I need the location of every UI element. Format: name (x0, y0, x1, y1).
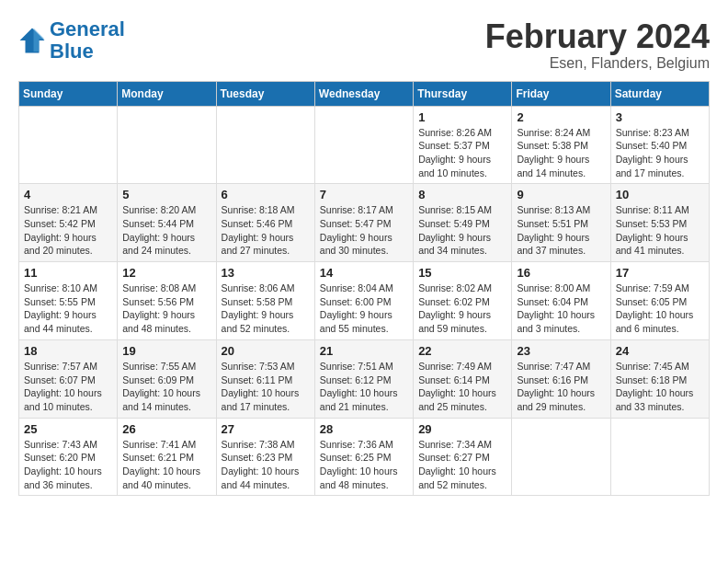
day-info: Sunrise: 8:06 AM Sunset: 5:58 PM Dayligh… (222, 282, 310, 336)
day-number: 13 (222, 266, 310, 280)
day-number: 6 (222, 188, 310, 201)
calendar-cell: 2Sunrise: 8:24 AM Sunset: 5:38 PM Daylig… (512, 106, 610, 184)
day-info: Sunrise: 8:17 AM Sunset: 5:47 PM Dayligh… (320, 203, 408, 258)
calendar-cell: 14Sunrise: 8:04 AM Sunset: 6:00 PM Dayli… (314, 262, 413, 340)
day-number: 22 (418, 344, 506, 358)
weekday-header-sunday: Sunday (19, 81, 118, 106)
day-number: 3 (616, 110, 704, 124)
calendar-cell: 25Sunrise: 7:43 AM Sunset: 6:20 PM Dayli… (19, 418, 118, 496)
day-info: Sunrise: 8:08 AM Sunset: 5:56 PM Dayligh… (122, 282, 210, 336)
calendar-week-row: 18Sunrise: 7:57 AM Sunset: 6:07 PM Dayli… (19, 339, 710, 418)
weekday-header-row: SundayMondayTuesdayWednesdayThursdayFrid… (19, 81, 710, 106)
weekday-header-friday: Friday (512, 81, 610, 106)
day-info: Sunrise: 8:11 AM Sunset: 5:53 PM Dayligh… (616, 203, 704, 258)
day-info: Sunrise: 7:55 AM Sunset: 6:09 PM Dayligh… (122, 360, 210, 414)
calendar-cell: 23Sunrise: 7:47 AM Sunset: 6:16 PM Dayli… (512, 339, 610, 418)
day-info: Sunrise: 8:13 AM Sunset: 5:51 PM Dayligh… (517, 203, 605, 258)
calendar-cell (19, 106, 118, 184)
day-info: Sunrise: 8:20 AM Sunset: 5:44 PM Dayligh… (122, 203, 210, 258)
calendar-cell: 17Sunrise: 7:59 AM Sunset: 6:05 PM Dayli… (610, 262, 709, 340)
weekday-header-tuesday: Tuesday (216, 81, 314, 106)
calendar-cell: 5Sunrise: 8:20 AM Sunset: 5:44 PM Daylig… (118, 184, 216, 262)
day-info: Sunrise: 7:38 AM Sunset: 6:23 PM Dayligh… (222, 438, 310, 492)
day-info: Sunrise: 7:47 AM Sunset: 6:16 PM Dayligh… (517, 360, 605, 414)
calendar-cell: 11Sunrise: 8:10 AM Sunset: 5:55 PM Dayli… (19, 262, 118, 340)
logo: General Blue (18, 18, 125, 63)
calendar-cell: 13Sunrise: 8:06 AM Sunset: 5:58 PM Dayli… (216, 262, 314, 340)
calendar-cell: 15Sunrise: 8:02 AM Sunset: 6:02 PM Dayli… (414, 262, 512, 340)
day-info: Sunrise: 7:51 AM Sunset: 6:12 PM Dayligh… (320, 360, 408, 414)
calendar-cell: 28Sunrise: 7:36 AM Sunset: 6:25 PM Dayli… (314, 418, 413, 496)
day-info: Sunrise: 7:49 AM Sunset: 6:14 PM Dayligh… (418, 360, 506, 414)
day-number: 17 (616, 266, 704, 280)
calendar-cell (512, 418, 610, 496)
day-info: Sunrise: 8:04 AM Sunset: 6:00 PM Dayligh… (320, 282, 408, 336)
calendar-cell: 1Sunrise: 8:26 AM Sunset: 5:37 PM Daylig… (414, 106, 512, 184)
day-number: 7 (320, 188, 408, 201)
weekday-header-monday: Monday (118, 81, 216, 106)
day-info: Sunrise: 8:02 AM Sunset: 6:02 PM Dayligh… (418, 282, 506, 336)
calendar-cell (610, 418, 709, 496)
day-info: Sunrise: 8:00 AM Sunset: 6:04 PM Dayligh… (517, 282, 605, 336)
day-number: 1 (418, 110, 506, 124)
logo-text: General Blue (50, 18, 125, 63)
calendar-cell: 9Sunrise: 8:13 AM Sunset: 5:51 PM Daylig… (512, 184, 610, 262)
calendar-cell: 24Sunrise: 7:45 AM Sunset: 6:18 PM Dayli… (610, 339, 709, 418)
day-number: 10 (616, 188, 704, 201)
page-subtitle: Esen, Flanders, Belgium (485, 55, 710, 72)
day-info: Sunrise: 7:43 AM Sunset: 6:20 PM Dayligh… (24, 438, 112, 492)
calendar-cell: 27Sunrise: 7:38 AM Sunset: 6:23 PM Dayli… (216, 418, 314, 496)
day-info: Sunrise: 8:24 AM Sunset: 5:38 PM Dayligh… (517, 126, 605, 180)
day-info: Sunrise: 7:34 AM Sunset: 6:27 PM Dayligh… (418, 438, 506, 492)
day-number: 11 (24, 266, 112, 280)
title-block: February 2024 Esen, Flanders, Belgium (485, 18, 710, 72)
day-number: 21 (320, 344, 408, 358)
day-number: 18 (24, 344, 112, 358)
day-info: Sunrise: 8:15 AM Sunset: 5:49 PM Dayligh… (418, 203, 506, 258)
calendar-cell: 19Sunrise: 7:55 AM Sunset: 6:09 PM Dayli… (118, 339, 216, 418)
svg-marker-0 (20, 29, 45, 53)
calendar-table: SundayMondayTuesdayWednesdayThursdayFrid… (18, 81, 710, 497)
day-info: Sunrise: 8:18 AM Sunset: 5:46 PM Dayligh… (222, 203, 310, 258)
weekday-header-wednesday: Wednesday (314, 81, 413, 106)
day-number: 2 (517, 110, 605, 124)
page-header: General Blue February 2024 Esen, Flander… (18, 18, 710, 72)
day-number: 14 (320, 266, 408, 280)
calendar-cell: 16Sunrise: 8:00 AM Sunset: 6:04 PM Dayli… (512, 262, 610, 340)
page-title: February 2024 (485, 18, 710, 55)
day-number: 8 (418, 188, 506, 201)
calendar-cell: 21Sunrise: 7:51 AM Sunset: 6:12 PM Dayli… (314, 339, 413, 418)
calendar-header: SundayMondayTuesdayWednesdayThursdayFrid… (19, 81, 710, 106)
day-info: Sunrise: 7:59 AM Sunset: 6:05 PM Dayligh… (616, 282, 704, 336)
day-number: 29 (418, 422, 506, 436)
calendar-cell (118, 106, 216, 184)
day-number: 12 (122, 266, 210, 280)
calendar-body: 1Sunrise: 8:26 AM Sunset: 5:37 PM Daylig… (19, 106, 710, 496)
day-number: 28 (320, 422, 408, 436)
calendar-cell: 18Sunrise: 7:57 AM Sunset: 6:07 PM Dayli… (19, 339, 118, 418)
day-info: Sunrise: 7:53 AM Sunset: 6:11 PM Dayligh… (222, 360, 310, 414)
day-number: 9 (517, 188, 605, 201)
day-number: 23 (517, 344, 605, 358)
calendar-cell: 26Sunrise: 7:41 AM Sunset: 6:21 PM Dayli… (118, 418, 216, 496)
day-info: Sunrise: 7:57 AM Sunset: 6:07 PM Dayligh… (24, 360, 112, 414)
day-info: Sunrise: 8:26 AM Sunset: 5:37 PM Dayligh… (418, 126, 506, 180)
day-number: 16 (517, 266, 605, 280)
calendar-cell: 29Sunrise: 7:34 AM Sunset: 6:27 PM Dayli… (414, 418, 512, 496)
calendar-cell (216, 106, 314, 184)
calendar-week-row: 4Sunrise: 8:21 AM Sunset: 5:42 PM Daylig… (19, 184, 710, 262)
weekday-header-saturday: Saturday (610, 81, 709, 106)
day-number: 20 (222, 344, 310, 358)
calendar-cell: 6Sunrise: 8:18 AM Sunset: 5:46 PM Daylig… (216, 184, 314, 262)
logo-icon (18, 27, 46, 54)
day-number: 4 (24, 188, 112, 201)
calendar-cell: 3Sunrise: 8:23 AM Sunset: 5:40 PM Daylig… (610, 106, 709, 184)
calendar-cell: 8Sunrise: 8:15 AM Sunset: 5:49 PM Daylig… (414, 184, 512, 262)
day-number: 5 (122, 188, 210, 201)
day-number: 25 (24, 422, 112, 436)
day-number: 24 (616, 344, 704, 358)
calendar-cell: 22Sunrise: 7:49 AM Sunset: 6:14 PM Dayli… (414, 339, 512, 418)
calendar-cell: 12Sunrise: 8:08 AM Sunset: 5:56 PM Dayli… (118, 262, 216, 340)
calendar-cell: 4Sunrise: 8:21 AM Sunset: 5:42 PM Daylig… (19, 184, 118, 262)
day-info: Sunrise: 7:41 AM Sunset: 6:21 PM Dayligh… (122, 438, 210, 492)
